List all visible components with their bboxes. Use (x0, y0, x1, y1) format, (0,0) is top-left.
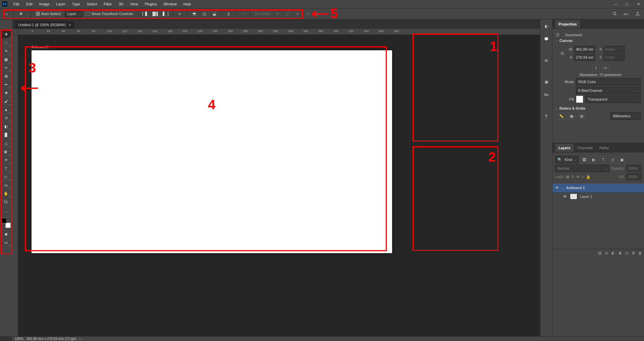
portrait-orientation-icon[interactable]: ▯ (592, 64, 600, 71)
layer-name[interactable]: Layer 1 (580, 194, 592, 198)
delete-layer-icon[interactable]: 🗑 (638, 251, 642, 255)
align-top-icon[interactable]: ⬒ (190, 9, 199, 18)
menu-view[interactable]: View (127, 1, 142, 7)
close-button[interactable]: ✕ (633, 0, 644, 8)
grid-toggle-icon[interactable]: ▦ (568, 112, 575, 120)
menu-type[interactable]: Type (69, 1, 84, 7)
swatches-panel-icon[interactable]: ▦ (542, 78, 550, 86)
expand-toggle[interactable]: ⌵ (562, 186, 564, 189)
minimize-button[interactable]: — (610, 0, 621, 8)
width-input[interactable] (574, 46, 595, 53)
rulers-section-toggle[interactable]: ⌵Rulers & Grids (556, 106, 641, 110)
move-tool-indicator[interactable]: ✥ (16, 9, 25, 18)
align-center-h-icon[interactable]: ▐▋▌ (151, 9, 160, 18)
adjustment-icon[interactable]: ◑ (618, 251, 622, 255)
object-select-tool[interactable]: ▦ (1, 55, 11, 63)
auto-select-checkbox[interactable]: ✓ Auto-Select: (36, 12, 61, 16)
show-transform-checkbox[interactable]: Show Transform Controls (86, 12, 133, 16)
menu-image[interactable]: Image (36, 1, 53, 7)
type-tool[interactable]: T (1, 164, 11, 172)
blend-mode-select[interactable]: Normal (555, 165, 609, 172)
lock-paint-icon[interactable]: ✎ (571, 175, 574, 179)
screen-mode-tool[interactable]: ▭ (1, 238, 11, 246)
shape-tool[interactable]: ▭ (1, 181, 11, 189)
dodge-tool[interactable]: ◐ (1, 148, 11, 156)
doc-info-chevron[interactable]: › (79, 337, 80, 341)
filter-adjustment-icon[interactable]: ◐ (590, 156, 597, 163)
opacity-input[interactable] (627, 165, 641, 172)
edit-toolbar[interactable]: ⋯ (1, 208, 11, 216)
crop-tool[interactable]: ✂ (1, 64, 11, 72)
new-layer-icon[interactable]: ⊞ (632, 251, 635, 255)
screen-mode-icon[interactable]: ▭⌵ (622, 9, 631, 18)
link-dimensions-icon[interactable]: ⛓ (560, 51, 564, 55)
menu-3d[interactable]: 3D (115, 1, 127, 7)
height-input[interactable] (574, 54, 595, 61)
healing-tool[interactable]: ✚ (1, 89, 11, 97)
canvas-section-toggle[interactable]: ⌵Canvas (556, 39, 641, 43)
menu-file[interactable]: File (10, 1, 23, 7)
pen-tool[interactable]: ✒ (1, 156, 11, 164)
fill-type-select[interactable]: Transparent (585, 96, 641, 103)
menu-plugins[interactable]: Plugins (141, 1, 160, 7)
channels-tab[interactable]: Channels (574, 144, 596, 152)
distribute-h-icon[interactable]: ≡ (175, 9, 184, 18)
foreground-color-swatch[interactable] (1, 218, 7, 223)
menu-layer[interactable]: Layer (53, 1, 69, 7)
background-color-swatch[interactable] (5, 223, 11, 228)
close-tab-icon[interactable]: ✕ (68, 23, 71, 27)
menu-edit[interactable]: Edit (23, 1, 36, 7)
zoom-tool[interactable] (1, 198, 11, 206)
paragraph-panel-icon[interactable]: ¶ (542, 112, 550, 120)
search-icon[interactable] (610, 9, 619, 18)
clone-stamp-tool[interactable]: ▲ (1, 106, 11, 114)
filter-shape-icon[interactable]: ◻ (609, 156, 616, 163)
filter-smart-icon[interactable]: ▣ (618, 156, 626, 163)
landscape-orientation-icon[interactable]: ▭ (602, 64, 609, 71)
share-icon[interactable] (633, 9, 642, 18)
filter-type-icon[interactable]: T (599, 156, 607, 163)
blur-tool[interactable]: △ (1, 139, 11, 147)
menu-filter[interactable]: Filter (100, 1, 115, 7)
color-swatches[interactable] (1, 218, 11, 228)
layer-fill-input[interactable] (627, 173, 641, 180)
link-layers-icon[interactable]: ⛓ (598, 251, 602, 255)
artboard-label[interactable]: Artboard 1 (32, 45, 49, 49)
fill-color-swatch[interactable] (576, 96, 583, 103)
eyedropper-tool[interactable]: ✒ (1, 80, 11, 89)
layer-thumbnail[interactable] (570, 193, 577, 200)
bit-depth-select[interactable]: 8 Bits/Channel (576, 87, 641, 94)
menu-window[interactable]: Window (160, 1, 180, 7)
horizontal-ruler[interactable]: 0204060801001201401601802002202402602803… (18, 29, 540, 35)
glyphs-panel-icon[interactable]: Aa (542, 91, 550, 99)
more-options-icon[interactable]: ⋯ (239, 9, 248, 18)
layer-row-artboard[interactable]: 👁 ⌵ Artboard 1 (552, 183, 644, 192)
artboard-canvas[interactable] (32, 50, 392, 253)
quick-mask-tool[interactable]: ◙ (1, 230, 11, 238)
align-left-icon[interactable]: ▏▋ (141, 9, 150, 18)
gradient-tool[interactable]: ▉ (1, 131, 11, 139)
layers-tab[interactable]: Layers (555, 144, 574, 152)
frame-tool[interactable]: ⊠ (1, 72, 11, 80)
layer-row[interactable]: 👁 Layer 1 (552, 192, 644, 201)
guides-toggle-icon[interactable]: ▨ (578, 112, 585, 120)
maximize-button[interactable]: ▢ (621, 0, 633, 8)
align-bottom-icon[interactable]: ⬓ (210, 9, 219, 18)
properties-tab[interactable]: Properties (555, 20, 580, 28)
ruler-origin[interactable] (12, 29, 18, 35)
canvas-viewport[interactable]: Artboard 1 (18, 35, 540, 336)
move-tool[interactable]: ✥ (1, 30, 11, 38)
align-right-icon[interactable]: ▋▕ (161, 9, 170, 18)
filter-pixel-icon[interactable]: 🖼 (581, 156, 588, 163)
fx-icon[interactable]: fx (605, 251, 608, 255)
paths-tab[interactable]: Paths (596, 144, 612, 152)
marquee-tool[interactable]: ⬚ (1, 39, 11, 47)
doc-info[interactable]: 481.89 mm x 270.93 mm (72 ppi) (27, 337, 76, 341)
character-panel-icon[interactable]: A| (542, 56, 550, 64)
zoom-level[interactable]: 100% (15, 337, 23, 341)
hand-tool[interactable]: ✋ (1, 189, 11, 197)
menu-help[interactable]: Help (180, 1, 195, 7)
auto-select-dropdown[interactable]: Layer (65, 10, 83, 17)
layer-filter-select[interactable]: 🔍 Kind (555, 156, 579, 163)
layer-name[interactable]: Artboard 1 (566, 186, 585, 190)
